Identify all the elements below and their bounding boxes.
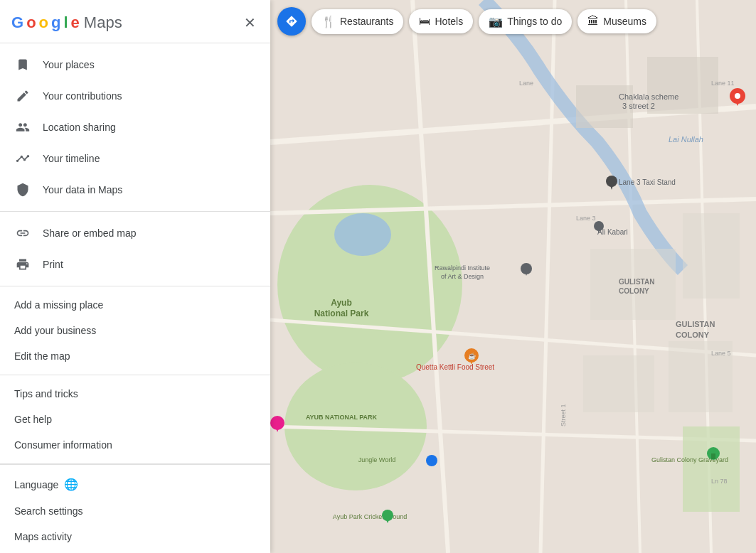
svg-point-11 xyxy=(334,213,391,256)
svg-text:3 street 2: 3 street 2 xyxy=(622,102,655,110)
get-help-label: Get help xyxy=(14,414,52,425)
svg-text:Jungle World: Jungle World xyxy=(358,456,395,463)
svg-rect-13 xyxy=(647,57,718,114)
menu-item-consumer-info[interactable]: Consumer information xyxy=(0,432,270,458)
svg-text:Rawalpindi Institute: Rawalpindi Institute xyxy=(435,264,490,272)
filter-restaurants-button[interactable]: 🍴 Restaurants xyxy=(312,9,403,34)
svg-text:Quetta Kettli Food Street: Quetta Kettli Food Street xyxy=(416,363,494,371)
svg-text:Lane: Lane xyxy=(519,80,533,87)
svg-text:Lai Nullah: Lai Nullah xyxy=(669,135,703,144)
svg-text:Lane 11: Lane 11 xyxy=(711,80,735,87)
svg-text:COLONY: COLONY xyxy=(619,287,649,295)
bookmark-icon xyxy=(14,56,31,73)
svg-text:Ayub: Ayub xyxy=(331,298,352,308)
svg-text:of Art & Design: of Art & Design xyxy=(441,273,484,280)
svg-text:Ln 78: Ln 78 xyxy=(711,478,728,485)
menu-item-edit-map[interactable]: Edit the map xyxy=(0,343,270,369)
menu-item-add-missing-place[interactable]: Add a missing place xyxy=(0,292,270,318)
edit-icon xyxy=(14,87,31,104)
svg-rect-16 xyxy=(583,355,654,412)
edit-map-label: Edit the map xyxy=(14,350,70,362)
logo-maps: Maps xyxy=(84,14,122,32)
logo-e: e xyxy=(71,14,80,32)
add-missing-place-label: Add a missing place xyxy=(14,299,103,311)
logo-l: l xyxy=(63,14,68,32)
timeline-icon xyxy=(14,150,31,167)
menu-section-language: Language 🌐 Search settings Maps activity xyxy=(0,464,270,553)
filter-bar: 🍴 Restaurants 🛏 Hotels 📷 Things to do 🏛 … xyxy=(277,7,656,36)
svg-text:Lane 5: Lane 5 xyxy=(711,350,731,357)
logo-g2: g xyxy=(51,14,60,32)
menu-item-add-business[interactable]: Add your business xyxy=(0,318,270,343)
person-pin-icon xyxy=(14,119,31,136)
search-settings-label: Search settings xyxy=(14,505,83,517)
link-icon xyxy=(14,225,31,242)
svg-text:GULISTAN: GULISTAN xyxy=(619,278,654,286)
menu-item-share-embed[interactable]: Share or embed map xyxy=(0,218,270,249)
svg-text:Chaklala scheme: Chaklala scheme xyxy=(619,92,678,101)
restaurants-icon: 🍴 xyxy=(321,15,336,28)
logo-o1: o xyxy=(26,14,36,32)
sidebar: Google Maps ✕ Your places Your contribut… xyxy=(0,0,270,553)
svg-text:☕: ☕ xyxy=(468,352,477,360)
menu-item-tips-tricks[interactable]: Tips and tricks xyxy=(0,381,270,407)
svg-rect-18 xyxy=(683,426,740,512)
menu-section-share: Share or embed map Print xyxy=(0,212,270,286)
your-places-label: Your places xyxy=(43,59,95,70)
menu-item-your-timeline[interactable]: Your timeline xyxy=(0,143,270,174)
filter-things-to-do-label: Things to do xyxy=(507,16,562,27)
print-icon xyxy=(14,256,31,273)
share-embed-label: Share or embed map xyxy=(43,227,137,239)
menu-item-print[interactable]: Print xyxy=(0,249,270,280)
tips-tricks-label: Tips and tricks xyxy=(14,388,78,399)
svg-text:Lane 3 Taxi Stand: Lane 3 Taxi Stand xyxy=(619,178,676,186)
filter-museums-button[interactable]: 🏛 Museums xyxy=(577,9,656,33)
svg-point-61 xyxy=(735,93,740,99)
logo-o2: o xyxy=(39,14,48,32)
print-label: Print xyxy=(43,259,63,270)
maps-activity-label: Maps activity xyxy=(14,531,72,542)
close-sidebar-button[interactable]: ✕ xyxy=(241,11,259,34)
consumer-info-label: Consumer information xyxy=(14,439,112,451)
svg-text:Ayub Park Cricket Ground: Ayub Park Cricket Ground xyxy=(333,513,407,520)
menu-section-personal: Your places Your contributions Location … xyxy=(0,43,270,212)
svg-text:COLONY: COLONY xyxy=(676,331,710,339)
menu-section-help: Tips and tricks Get help Consumer inform… xyxy=(0,375,270,464)
menu-item-get-help[interactable]: Get help xyxy=(0,407,270,432)
location-sharing-label: Location sharing xyxy=(43,122,116,133)
menu-item-your-places[interactable]: Your places xyxy=(0,49,270,80)
svg-rect-58 xyxy=(711,453,715,459)
filter-hotels-label: Hotels xyxy=(435,16,463,27)
menu-item-maps-activity[interactable]: Maps activity xyxy=(0,524,270,549)
sidebar-header: Google Maps ✕ xyxy=(0,0,270,43)
add-business-label: Add your business xyxy=(14,325,96,336)
logo-g: G xyxy=(11,14,23,32)
svg-text:AYUB NATIONAL PARK: AYUB NATIONAL PARK xyxy=(306,414,378,421)
menu-item-location-sharing[interactable]: Location sharing xyxy=(0,112,270,143)
svg-text:National Park: National Park xyxy=(314,308,369,318)
directions-button[interactable] xyxy=(277,7,306,36)
svg-text:Street 1: Street 1 xyxy=(560,404,567,426)
filter-hotels-button[interactable]: 🛏 Hotels xyxy=(409,9,473,33)
svg-text:GULISTAN: GULISTAN xyxy=(676,320,715,328)
your-timeline-label: Your timeline xyxy=(43,153,100,164)
menu-item-your-contributions[interactable]: Your contributions xyxy=(0,80,270,112)
your-contributions-label: Your contributions xyxy=(43,90,122,102)
things-to-do-icon: 📷 xyxy=(489,15,503,28)
menu-item-your-data[interactable]: Your data in Maps xyxy=(0,174,270,205)
shield-icon xyxy=(14,181,31,198)
svg-point-54 xyxy=(426,455,437,466)
your-data-label: Your data in Maps xyxy=(43,184,122,195)
svg-text:Lane 3: Lane 3 xyxy=(576,215,596,222)
menu-item-language[interactable]: Language 🌐 xyxy=(0,471,270,498)
filter-things-to-do-button[interactable]: 📷 Things to do xyxy=(479,9,572,34)
hotels-icon: 🛏 xyxy=(419,15,430,28)
filter-museums-label: Museums xyxy=(603,16,646,27)
google-maps-logo: Google Maps xyxy=(11,14,122,32)
language-label: Language xyxy=(14,479,58,490)
svg-rect-15 xyxy=(683,213,740,299)
translate-icon: 🌐 xyxy=(64,478,78,491)
menu-section-add: Add a missing place Add your business Ed… xyxy=(0,286,270,375)
menu-item-search-settings[interactable]: Search settings xyxy=(0,498,270,524)
filter-restaurants-label: Restaurants xyxy=(340,16,393,27)
